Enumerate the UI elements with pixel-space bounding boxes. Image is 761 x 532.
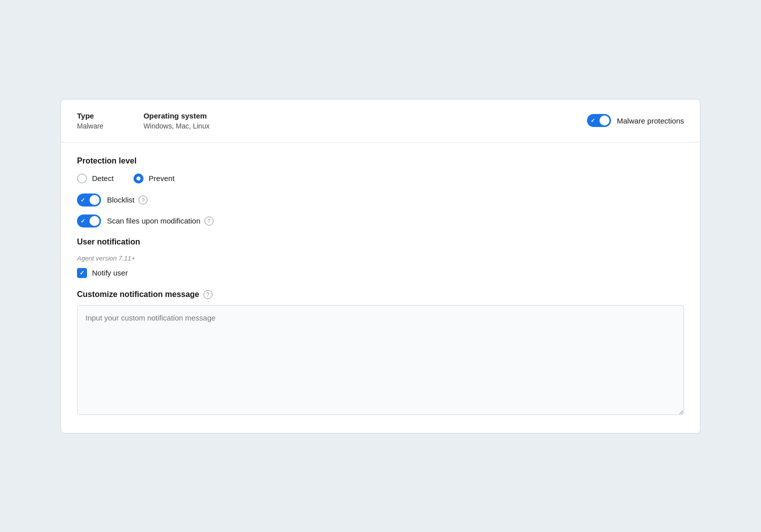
scan-files-label-row: Scan files upon modification ? [107,216,214,226]
blocklist-check-icon: ✓ [80,196,85,203]
scan-files-label-text: Scan files upon modification [107,216,200,225]
main-card: Type Malware Operating system Windows, M… [60,99,700,434]
detect-radio[interactable]: Detect [77,174,114,184]
malware-protections-label: Malware protections [617,116,684,125]
os-label: Operating system [144,112,210,120]
body-section: Protection level Detect Prevent ✓ Blockl… [61,142,700,433]
notify-check-icon: ✓ [80,270,84,276]
scan-files-check-icon: ✓ [80,218,85,224]
malware-protections-toggle[interactable]: ✓ [587,114,611,127]
blocklist-label-row: Blocklist ? [107,196,148,204]
agent-version-text: Agent version 7.11+ [77,254,684,262]
user-notification-section: User notification Agent version 7.11+ ✓ … [77,238,684,278]
notify-user-checkbox-row[interactable]: ✓ Notify user [77,268,684,278]
scan-files-toggle[interactable]: ✓ [77,214,101,228]
os-value: Windows, Mac, Linux [144,122,210,130]
customize-title-row: Customize notification message ? [77,290,684,299]
detect-radio-label: Detect [92,174,114,182]
header-meta: Type Malware Operating system Windows, M… [77,112,587,130]
os-block: Operating system Windows, Mac, Linux [144,112,210,130]
customize-notification-section: Customize notification message ? [77,290,684,417]
header-toggle-area: ✓ Malware protections [587,114,684,127]
scan-files-help-icon[interactable]: ? [204,216,214,226]
header-section: Type Malware Operating system Windows, M… [61,100,700,142]
blocklist-label-text: Blocklist [107,196,134,204]
blocklist-row: ✓ Blocklist ? [77,194,684,206]
detect-radio-circle [77,174,87,184]
customize-help-icon[interactable]: ? [204,290,212,299]
customize-title: Customize notification message [77,290,200,299]
type-value: Malware [77,122,104,130]
protection-level-title: Protection level [77,156,684,166]
user-notification-title: User notification [77,238,684,246]
protection-level-section: Protection level Detect Prevent ✓ Blockl… [77,156,684,228]
toggle-check-icon: ✓ [590,118,595,124]
scan-files-row: ✓ Scan files upon modification ? [77,214,684,228]
radio-group: Detect Prevent [77,174,684,184]
type-label: Type [77,112,104,120]
notify-user-label: Notify user [92,268,128,277]
type-block: Type Malware [77,112,104,130]
prevent-radio[interactable]: Prevent [134,174,174,184]
notification-message-textarea[interactable] [77,305,684,415]
prevent-radio-label: Prevent [148,174,174,182]
blocklist-help-icon[interactable]: ? [138,196,148,204]
notify-user-checkbox: ✓ [77,268,87,278]
prevent-radio-circle [134,174,144,184]
blocklist-toggle[interactable]: ✓ [77,194,101,206]
